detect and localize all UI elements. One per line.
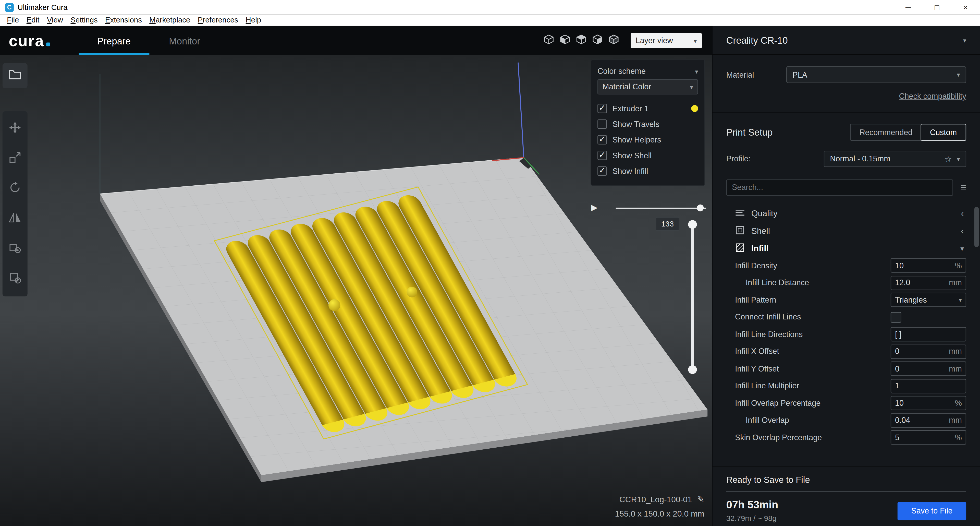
infill-line-directions-field[interactable]: [ ]	[891, 327, 966, 341]
setting-row-infill-y-offset: Infill Y Offset 0 mm	[713, 360, 980, 378]
category-infill[interactable]: Infill ▾	[713, 239, 980, 257]
chevron-down-icon: ▾	[694, 37, 697, 44]
menu-help[interactable]: Help	[242, 16, 265, 24]
scrollbar-thumb[interactable]	[974, 207, 979, 247]
checkbox-checked[interactable]	[597, 135, 607, 145]
infill-density-field[interactable]: 10 %	[891, 258, 966, 273]
setting-row-infill-x-offset: Infill X Offset 0 mm	[713, 343, 980, 360]
color-scheme-panel: Color scheme ▾ Material Color ▾ Extruder…	[590, 59, 705, 186]
menu-preferences[interactable]: Preferences	[194, 16, 242, 24]
move-tool-button[interactable]	[3, 114, 27, 144]
simulation-slider-track[interactable]	[616, 207, 706, 209]
layer-slider-bottom-handle[interactable]	[688, 365, 697, 374]
profile-select[interactable]: Normal - 0.15mm ☆ ▾	[824, 151, 966, 167]
view-right-icon[interactable]	[608, 34, 619, 48]
checkbox-checked[interactable]	[597, 151, 607, 160]
window-title: Ultimaker Cura	[18, 3, 68, 11]
view-3d-icon[interactable]	[543, 34, 554, 48]
view-left-icon[interactable]	[592, 34, 603, 48]
tab-prepare[interactable]: Prepare	[79, 26, 149, 55]
menu-edit[interactable]: Edit	[23, 16, 43, 24]
model-dimensions: 155.0 x 150.0 x 20.0 mm	[615, 509, 704, 518]
skin-overlap-percentage-field[interactable]: 5 %	[891, 430, 966, 445]
infill-line-multiplier-field[interactable]: 1	[891, 379, 966, 393]
infill-y-offset-field[interactable]: 0 mm	[891, 362, 966, 376]
custom-mode-button[interactable]: Custom	[921, 124, 966, 141]
material-select[interactable]: PLA ▾	[786, 66, 966, 83]
maximize-button[interactable]: □	[923, 0, 951, 14]
cura-app-icon: C	[5, 3, 14, 11]
layer-slider-top-handle[interactable]	[688, 220, 697, 229]
profile-label: Profile:	[726, 155, 824, 163]
main-header: cura Prepare Monitor	[0, 26, 712, 55]
scale-tool-button[interactable]	[3, 144, 27, 174]
connect-infill-lines-checkbox[interactable]	[891, 312, 901, 322]
sidebar: Creality CR-10 ▾ Material PLA ▾ Check co…	[712, 26, 980, 526]
view-front-icon[interactable]	[559, 34, 571, 48]
infill-pattern-select[interactable]: Triangles ▾	[891, 293, 966, 307]
layer-number-box[interactable]: 133	[655, 217, 679, 231]
color-scheme-header[interactable]: Color scheme ▾	[597, 65, 698, 78]
chevron-down-icon: ▾	[961, 245, 964, 252]
infill-x-offset-field[interactable]: 0 mm	[891, 344, 966, 359]
material-section: Material PLA ▾ Check compatibility	[713, 55, 980, 113]
infill-overlap-field[interactable]: 0.04 mm	[891, 413, 966, 427]
show-helpers-toggle[interactable]: Show Helpers	[597, 132, 698, 148]
minimize-button[interactable]: ─	[894, 0, 923, 14]
menu-marketplace[interactable]: Marketplace	[146, 16, 194, 24]
mirror-tool-button[interactable]	[3, 204, 27, 234]
tab-monitor[interactable]: Monitor	[149, 26, 220, 55]
support-blocker-tool-button[interactable]	[3, 264, 27, 294]
extruder1-toggle[interactable]: Extruder 1	[597, 100, 698, 116]
view-mode-select[interactable]: Layer view ▾	[631, 33, 702, 48]
chevron-down-icon: ▾	[963, 37, 966, 44]
minimize-icon: ─	[905, 3, 911, 11]
category-quality[interactable]: Quality ‹	[713, 204, 980, 222]
view-top-icon[interactable]	[576, 34, 587, 48]
infill-overlap-percentage-field[interactable]: 10 %	[891, 396, 966, 410]
chevron-left-icon: ‹	[961, 226, 964, 236]
menu-file[interactable]: File	[3, 16, 23, 24]
setup-mode-switch: Recommended Custom	[850, 124, 966, 141]
setting-row-infill-line-multiplier: Infill Line Multiplier 1	[713, 378, 980, 394]
rotate-tool-button[interactable]	[3, 174, 27, 204]
checkbox-checked[interactable]	[597, 104, 607, 113]
star-icon[interactable]: ☆	[945, 154, 952, 164]
settings-search-input[interactable]	[726, 180, 953, 196]
pencil-icon[interactable]: ✎	[697, 494, 704, 504]
play-button[interactable]: ▶	[591, 202, 597, 212]
menu-settings[interactable]: Settings	[67, 16, 102, 24]
setting-row-infill-overlap: Infill Overlap 0.04 mm	[713, 412, 980, 429]
material-usage-estimate: 32.79m / ~ 98g	[726, 514, 778, 523]
model-knot-1	[328, 299, 340, 311]
settings-menu-icon[interactable]: ≡	[960, 182, 966, 193]
checkbox-checked[interactable]	[597, 166, 607, 176]
menu-view[interactable]: View	[43, 16, 67, 24]
3d-viewport[interactable]: Color scheme ▾ Material Color ▾ Extruder…	[0, 55, 712, 526]
infill-line-distance-field[interactable]: 12.0 mm	[891, 276, 966, 290]
mirror-icon	[9, 211, 21, 226]
chevron-down-icon: ▾	[690, 83, 693, 90]
print-setup-title: Print Setup	[726, 127, 773, 138]
simulation-slider-handle[interactable]	[697, 204, 704, 211]
chevron-down-icon: ▾	[957, 156, 960, 163]
color-scheme-select[interactable]: Material Color ▾	[597, 80, 698, 94]
cura-logo-dot	[46, 42, 50, 46]
per-model-settings-tool-button[interactable]	[3, 234, 27, 264]
close-button[interactable]: ×	[951, 0, 980, 14]
recommended-mode-button[interactable]: Recommended	[851, 124, 921, 140]
show-travels-toggle[interactable]: Show Travels	[597, 116, 698, 132]
open-file-button[interactable]	[3, 63, 27, 88]
show-infill-toggle[interactable]: Show Infill	[597, 163, 698, 179]
profile-row: Profile: Normal - 0.15mm ☆ ▾	[713, 151, 980, 167]
show-shell-toggle[interactable]: Show Shell	[597, 148, 698, 163]
printer-select[interactable]: Creality CR-10 ▾	[713, 26, 980, 55]
rotate-icon	[9, 181, 21, 196]
checkbox-unchecked[interactable]	[597, 120, 607, 129]
menu-extensions[interactable]: Extensions	[101, 16, 145, 24]
category-shell[interactable]: Shell ‹	[713, 222, 980, 239]
layer-slider-track[interactable]	[691, 224, 694, 369]
save-to-file-button[interactable]: Save to File	[897, 502, 966, 520]
model-info: CCR10_Log-100-01 ✎ 155.0 x 150.0 x 20.0 …	[615, 494, 704, 519]
check-compatibility-link[interactable]: Check compatibility	[899, 92, 966, 100]
